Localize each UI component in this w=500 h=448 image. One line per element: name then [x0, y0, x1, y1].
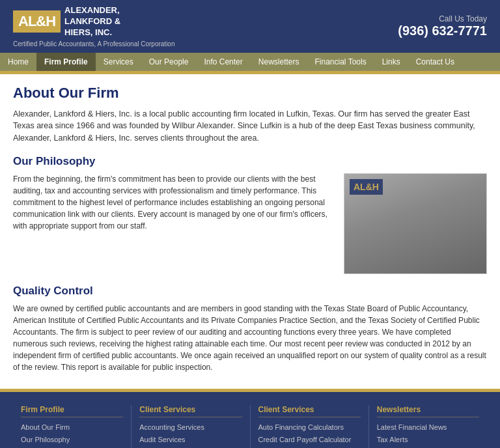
nav-newsletters[interactable]: Newsletters: [251, 53, 307, 71]
footer-col-client2: Client Services Auto Financing Calculato…: [251, 405, 369, 448]
intro-text: Alexander, Lankford & Hiers, Inc. is a l…: [13, 108, 487, 145]
firm-photo: AL&H: [344, 173, 487, 274]
nav-our-people[interactable]: Our People: [141, 53, 197, 71]
footer-philosophy[interactable]: Our Philosophy: [21, 435, 123, 445]
main-nav: Home Firm Profile Services Our People In…: [0, 53, 500, 71]
footer-col-contact: Newsletters Latest Financial News Tax Al…: [369, 405, 487, 448]
philosophy-section: From the beginning, the firm's commitmen…: [13, 173, 487, 274]
nav-info-center[interactable]: Info Center: [196, 53, 250, 71]
nav-firm-profile[interactable]: Firm Profile: [36, 53, 96, 71]
logo-box: AL&H ALEXANDER, LANKFORD & HIERS, INC.: [13, 5, 174, 38]
nav-links[interactable]: Links: [374, 53, 408, 71]
call-us-number: (936) 632-7771: [398, 23, 487, 38]
nav-financial-tools[interactable]: Financial Tools: [307, 53, 374, 71]
logo-subtitle: Certified Public Accountants, A Professi…: [13, 40, 174, 48]
nav-services[interactable]: Services: [96, 53, 141, 71]
nav-home[interactable]: Home: [0, 53, 36, 71]
main-content: About Our Firm Alexander, Lankford & Hie…: [0, 74, 500, 389]
firm-photo-placeholder: AL&H: [344, 174, 486, 273]
header: AL&H ALEXANDER, LANKFORD & HIERS, INC. C…: [0, 0, 500, 53]
photo-logo-overlay: AL&H: [350, 179, 383, 195]
footer: Firm Profile About Our Firm Our Philosop…: [0, 392, 500, 448]
footer-news[interactable]: Latest Financial News: [377, 423, 479, 432]
footer-auto-calc[interactable]: Auto Financing Calculators: [258, 423, 361, 432]
footer-client2-title: Client Services: [258, 405, 361, 417]
footer-accounting[interactable]: Accounting Services: [139, 423, 242, 432]
logo-name: ALEXANDER, LANKFORD & HIERS, INC.: [64, 5, 120, 38]
philosophy-title: Our Philosophy: [13, 155, 487, 168]
footer-credit-calc[interactable]: Credit Card Payoff Calculator: [258, 435, 361, 445]
quality-title: Quality Control: [13, 285, 487, 298]
footer-firm-title: Firm Profile: [21, 405, 123, 417]
call-us: Call Us Today (936) 632-7771: [398, 14, 487, 38]
footer-columns: Firm Profile About Our Firm Our Philosop…: [13, 405, 487, 448]
call-us-label: Call Us Today: [398, 14, 487, 23]
footer-col-firm: Firm Profile About Our Firm Our Philosop…: [13, 405, 132, 448]
page-title: About Our Firm: [13, 85, 487, 102]
philosophy-text: From the beginning, the firm's commitmen…: [13, 173, 336, 274]
footer-audit[interactable]: Audit Services: [139, 435, 242, 445]
footer-client1-title: Client Services: [139, 405, 242, 417]
footer-col-client1: Client Services Accounting Services Audi…: [132, 405, 250, 448]
logo-area: AL&H ALEXANDER, LANKFORD & HIERS, INC. C…: [13, 5, 174, 48]
quality-text: We are owned by certified public account…: [13, 303, 487, 373]
footer-tax-alerts[interactable]: Tax Alerts: [377, 435, 479, 445]
footer-newsletters-title: Newsletters: [377, 405, 479, 417]
logo-initials: AL&H: [13, 10, 61, 33]
nav-contact-us[interactable]: Contact Us: [408, 53, 462, 71]
footer-about[interactable]: About Our Firm: [21, 423, 123, 432]
